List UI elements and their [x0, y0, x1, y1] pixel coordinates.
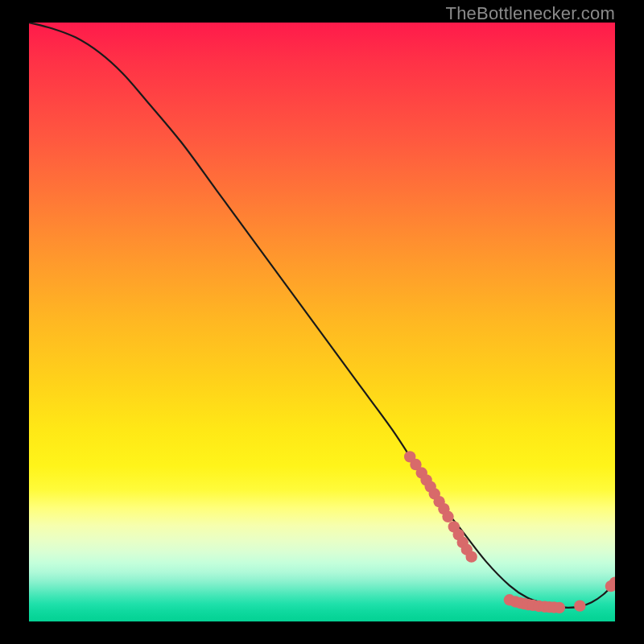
watermark-label: TheBottlenecker.com — [446, 3, 615, 24]
chart-stage: TheBottlenecker.com — [0, 0, 644, 644]
plot-background — [29, 23, 615, 621]
